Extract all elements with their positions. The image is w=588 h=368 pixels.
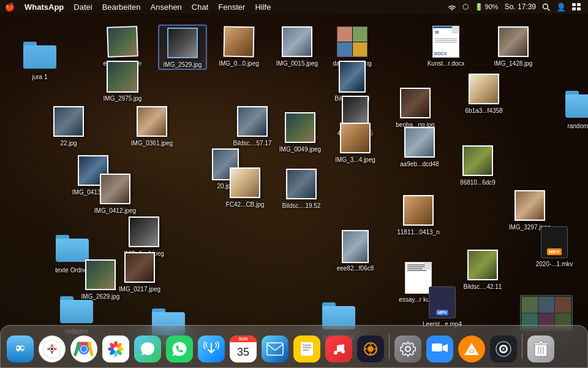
svg-point-10 bbox=[22, 347, 24, 349]
photo-22[interactable]: 22.jpg bbox=[44, 104, 93, 147]
svg-point-0 bbox=[543, 4, 548, 9]
svg-point-21 bbox=[81, 346, 87, 352]
photo-img0217[interactable]: IMG_0217.jpeg bbox=[115, 250, 164, 293]
search-icon[interactable] bbox=[540, 0, 552, 13]
dock-obs[interactable] bbox=[489, 334, 518, 364]
dock-zoom[interactable] bbox=[425, 334, 454, 364]
svg-point-53 bbox=[502, 348, 505, 350]
svg-rect-56 bbox=[539, 341, 543, 343]
photo-img1428[interactable]: IMG_1428.jpg bbox=[489, 25, 538, 67]
bluetooth-icon[interactable]: ⬡ bbox=[460, 0, 471, 13]
dock-photos[interactable] bbox=[101, 334, 130, 364]
folder-randome[interactable]: randome s bbox=[557, 87, 588, 130]
svg-rect-32 bbox=[267, 343, 283, 355]
photo-img2529[interactable]: IMG_2529.jpg bbox=[158, 25, 207, 70]
svg-rect-46 bbox=[432, 343, 442, 351]
svg-rect-34 bbox=[303, 345, 311, 346]
photo-img0015[interactable]: IMG_0015.jpeg bbox=[273, 25, 322, 67]
file-leerst[interactable]: MP4 Leerst...e.mp4 bbox=[418, 285, 467, 328]
photo-eee82[interactable]: eee82...f06c8 bbox=[331, 229, 380, 272]
photo-img3-4[interactable]: IMG_3...4.jpeg bbox=[331, 121, 380, 164]
svg-point-17 bbox=[51, 348, 53, 350]
photo-img0361[interactable]: IMG_0361.jpeg bbox=[127, 104, 176, 147]
photo-aa9eb[interactable]: aa9eb...dcd48 bbox=[395, 125, 444, 168]
photo-bildsc57[interactable]: Bildsc....57.17 bbox=[228, 104, 277, 147]
menubar: 🍎 WhatsApp Datei Bearbeiten Ansehen Chat… bbox=[0, 0, 588, 13]
svg-rect-5 bbox=[577, 7, 581, 10]
dock-calendar[interactable]: SUN 35 bbox=[228, 334, 258, 364]
app-name[interactable]: WhatsApp bbox=[20, 0, 69, 13]
dock: SUN 35 bbox=[0, 325, 588, 368]
wifi-icon[interactable] bbox=[445, 0, 459, 13]
dock-music[interactable] bbox=[324, 334, 353, 364]
file-2020mkv[interactable]: MKV 2020-...1.mkv bbox=[530, 225, 579, 268]
dock-notes[interactable] bbox=[292, 334, 322, 364]
menu-fenster[interactable]: Fenster bbox=[213, 0, 250, 13]
datetime[interactable]: So. 17:39 bbox=[502, 0, 538, 13]
svg-point-31 bbox=[114, 347, 118, 351]
photo-bildsc19[interactable]: Bildsc....19.52 bbox=[277, 167, 326, 210]
folder-jura1[interactable]: jura 1 bbox=[15, 38, 64, 81]
dock-vlc[interactable] bbox=[457, 334, 486, 364]
menu-ansehen[interactable]: Ansehen bbox=[146, 0, 187, 13]
desktop: jura 1 eea71...2cc9e IMG_2975.jpg IMG_25… bbox=[0, 13, 588, 325]
svg-rect-2 bbox=[572, 3, 576, 6]
svg-rect-35 bbox=[303, 347, 311, 348]
photo-img0[interactable]: IMG_0...0.jpeg bbox=[214, 25, 263, 67]
dock-davinci-resolve[interactable] bbox=[356, 334, 385, 364]
menu-bearbeiten[interactable]: Bearbeiten bbox=[97, 0, 146, 13]
apple-logo: 🍎 bbox=[5, 2, 15, 12]
dock-divider-2 bbox=[522, 334, 522, 359]
dock-safari[interactable] bbox=[37, 334, 67, 364]
photo-11811[interactable]: 11811...0413_n bbox=[394, 193, 443, 236]
photo-img0049[interactable]: IMG_0049.jpeg bbox=[276, 110, 325, 153]
photo-fc42[interactable]: FC42...CB.jpg bbox=[221, 166, 270, 209]
photo-img0412[interactable]: IMG_0412.jpeg bbox=[91, 172, 140, 215]
svg-rect-49 bbox=[470, 350, 473, 352]
svg-point-38 bbox=[341, 350, 345, 353]
dock-finder[interactable] bbox=[6, 334, 35, 364]
dock-divider bbox=[389, 334, 390, 359]
control-center-icon[interactable] bbox=[570, 0, 583, 13]
photo-6b1a3[interactable]: 6b1a3...f4358 bbox=[459, 72, 508, 115]
dock-messages[interactable] bbox=[133, 334, 162, 364]
svg-line-1 bbox=[548, 9, 550, 11]
dock-airdrop[interactable] bbox=[197, 334, 226, 364]
apple-menu[interactable]: 🍎 bbox=[0, 0, 20, 13]
photo-bildsc42[interactable]: Bildsc....42.11 bbox=[458, 248, 507, 291]
svg-point-37 bbox=[334, 351, 337, 355]
dock-chrome[interactable] bbox=[69, 334, 99, 364]
svg-point-41 bbox=[368, 346, 374, 352]
svg-rect-3 bbox=[577, 3, 581, 6]
svg-marker-47 bbox=[464, 343, 479, 355]
photo-beoba[interactable]: beoba...ng.jpg bbox=[391, 86, 440, 129]
user-icon[interactable]: 👤 bbox=[554, 0, 568, 13]
doc-kunst[interactable]: W DOCX Kunst...r.docx bbox=[421, 25, 470, 67]
dock-system-settings[interactable] bbox=[393, 334, 423, 364]
photo-86810[interactable]: 86810...6dc9 bbox=[453, 144, 502, 186]
photo-img2975[interactable]: IMG_2975.jpg bbox=[98, 59, 147, 102]
dock-mail[interactable] bbox=[260, 334, 290, 364]
svg-rect-33 bbox=[301, 342, 313, 356]
menu-datei[interactable]: Datei bbox=[69, 0, 97, 13]
svg-rect-4 bbox=[572, 7, 576, 10]
svg-point-9 bbox=[17, 347, 19, 349]
dock-whatsapp[interactable] bbox=[165, 334, 194, 364]
svg-rect-36 bbox=[303, 350, 309, 351]
menu-hilfe[interactable]: Hilfe bbox=[250, 0, 276, 13]
menu-chat[interactable]: Chat bbox=[187, 0, 213, 13]
dock-trash[interactable] bbox=[526, 334, 556, 364]
battery-status: 🔋 90% bbox=[472, 0, 501, 13]
